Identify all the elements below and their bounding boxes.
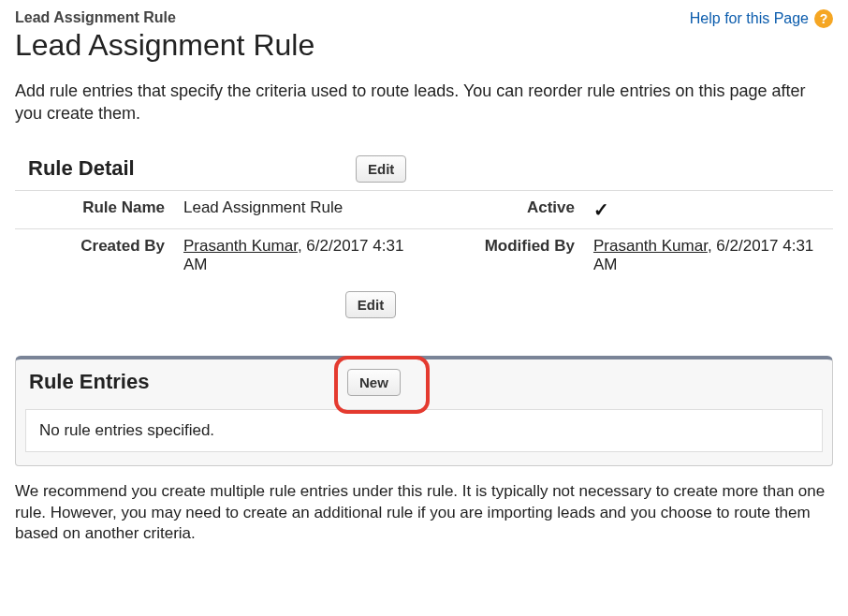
edit-button-top[interactable]: Edit [356, 155, 406, 183]
rule-name-value: Lead Assignment Rule [174, 190, 425, 228]
footer-recommendation: We recommend you create multiple rule en… [15, 481, 833, 546]
active-label: Active [425, 190, 584, 228]
help-for-page-link[interactable]: Help for this Page ? [690, 9, 833, 28]
intro-text: Add rule entries that specify the criter… [15, 80, 833, 125]
created-by-user-link[interactable]: Prasanth Kumar [183, 237, 298, 255]
new-button[interactable]: New [347, 369, 401, 396]
modified-by-label: Modified By [425, 228, 584, 282]
rule-entries-section: Rule Entries New No rule entries specifi… [15, 356, 833, 466]
help-icon: ? [814, 9, 833, 28]
edit-button-bottom[interactable]: Edit [345, 291, 396, 318]
created-by-label: Created By [15, 228, 174, 282]
checkmark-icon: ✓ [593, 199, 609, 220]
rule-entries-empty-text: No rule entries specified. [25, 409, 823, 452]
page-title: Lead Assignment Rule [15, 28, 314, 63]
help-link-label: Help for this Page [690, 10, 809, 27]
rule-detail-section: Rule Detail Edit Rule Name Lead Assignme… [15, 152, 833, 324]
rule-name-label: Rule Name [15, 190, 174, 228]
breadcrumb: Lead Assignment Rule [15, 9, 314, 26]
rule-entries-title: Rule Entries [25, 370, 347, 394]
modified-by-user-link[interactable]: Prasanth Kumar [593, 237, 708, 255]
rule-detail-title: Rule Detail [28, 156, 356, 181]
